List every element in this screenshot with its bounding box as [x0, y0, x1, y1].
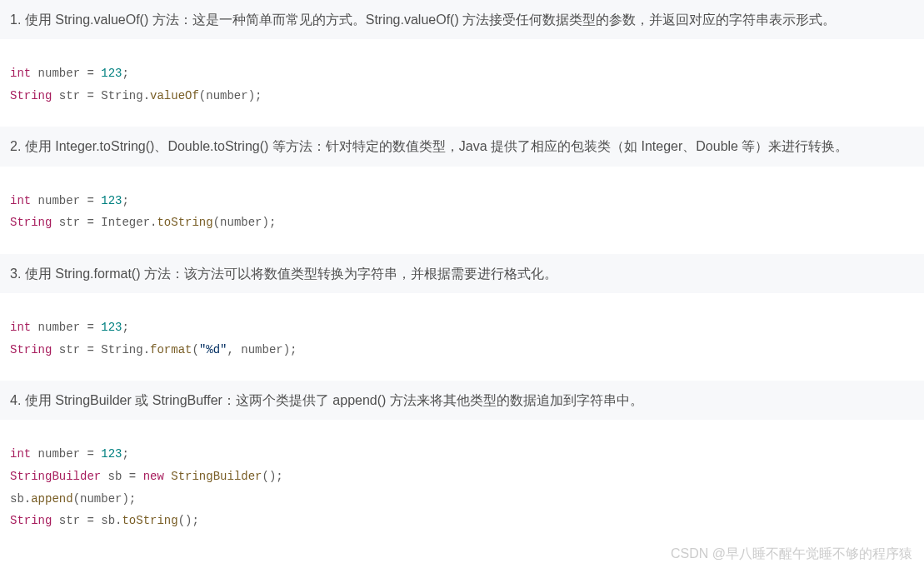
code-token: number =: [31, 321, 101, 334]
code-token: (number);: [199, 89, 262, 102]
code-token: [164, 470, 171, 483]
code-token: str = Integer.: [52, 216, 157, 229]
code-token: (number);: [73, 492, 137, 506]
code-block: int number = 123; String str = String.fo…: [0, 293, 924, 381]
code-token: ();: [178, 514, 199, 527]
code-token: String: [10, 216, 52, 229]
code-token: str = String.: [52, 343, 150, 356]
code-token: int: [10, 447, 31, 461]
code-token: sb.: [10, 492, 31, 506]
code-token: (number);: [213, 216, 277, 229]
code-token: ;: [122, 321, 128, 334]
code-token: 123: [101, 447, 122, 461]
code-token: sb =: [101, 470, 142, 483]
section-heading: 3. 使用 String.format() 方法：该方法可以将数值类型转换为字符…: [0, 254, 924, 293]
code-token: append: [31, 492, 72, 506]
section-heading: 2. 使用 Integer.toString()、Double.toString…: [0, 127, 924, 166]
code-token: String: [10, 343, 52, 356]
code-token: StringBuilder: [171, 470, 262, 483]
code-token: str = sb.: [52, 514, 122, 527]
code-token: ();: [262, 470, 282, 483]
code-token: toString: [122, 514, 177, 527]
code-token: , number);: [227, 343, 297, 356]
code-token: toString: [157, 216, 212, 229]
section-heading: 4. 使用 StringBuilder 或 StringBuffer：这两个类提…: [0, 381, 924, 420]
code-token: str = String.: [52, 89, 150, 102]
code-block: int number = 123; StringBuilder sb = new…: [0, 420, 924, 551]
code-block: int number = 123; String str = Integer.t…: [0, 167, 924, 254]
code-token: "%d": [199, 343, 227, 356]
section-heading: 1. 使用 String.valueOf() 方法：这是一种简单而常见的方式。S…: [0, 0, 924, 39]
code-token: ;: [122, 194, 128, 207]
code-token: format: [150, 343, 192, 356]
code-token: new: [143, 470, 164, 483]
code-block: int number = 123; String str = String.va…: [0, 39, 924, 127]
code-token: String: [10, 514, 52, 527]
code-token: 123: [101, 321, 122, 334]
code-token: StringBuilder: [10, 470, 101, 483]
code-token: ;: [122, 67, 128, 80]
code-token: int: [10, 67, 31, 80]
code-token: (: [192, 343, 198, 356]
code-token: String: [10, 89, 52, 102]
code-token: int: [10, 321, 31, 334]
code-token: number =: [31, 447, 101, 461]
code-token: ;: [122, 447, 128, 461]
code-token: number =: [31, 194, 101, 207]
code-token: 123: [101, 67, 122, 80]
code-token: valueOf: [150, 89, 199, 102]
code-token: 123: [101, 194, 122, 207]
code-token: number =: [31, 67, 101, 80]
code-token: int: [10, 194, 31, 207]
